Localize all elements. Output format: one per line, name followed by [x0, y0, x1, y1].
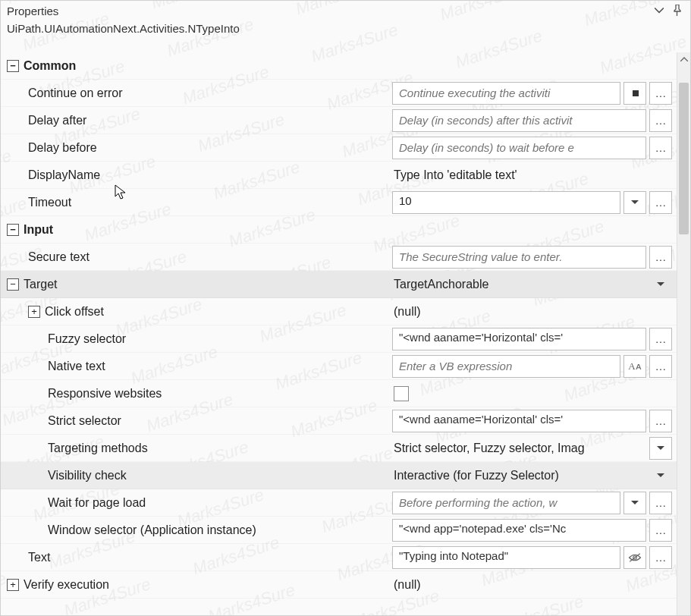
delay-before-input[interactable]	[392, 137, 646, 159]
dropdown-button[interactable]	[623, 492, 646, 514]
wait-for-page-load-input[interactable]	[392, 492, 620, 514]
ellipsis-button[interactable]	[649, 355, 672, 378]
prop-label: Responsive websites	[48, 387, 162, 401]
panel-title: Properties	[7, 5, 58, 17]
prop-label: Window selector (Application instance)	[48, 523, 256, 537]
responsive-websites-checkbox[interactable]	[394, 386, 409, 401]
row-fuzzy-selector: Fuzzy selector "<wnd aaname='Horizontal'…	[1, 325, 677, 353]
display-name-value[interactable]: Type Into 'editable text'	[392, 168, 672, 182]
row-delay-before: Delay before	[1, 134, 677, 162]
dropdown-button[interactable]	[649, 437, 672, 460]
ellipsis-button[interactable]	[649, 492, 672, 514]
section-input: − Input	[1, 216, 677, 244]
prop-label: Secure text	[28, 250, 90, 264]
vertical-scrollbar[interactable]	[677, 52, 690, 615]
prop-label: Timeout	[28, 196, 71, 209]
visibility-check-value[interactable]: Interactive (for Fuzzy Selector)	[392, 469, 646, 482]
ellipsis-button[interactable]	[649, 191, 672, 214]
row-continue-on-error: Continue on error	[1, 80, 677, 107]
ellipsis-button[interactable]	[649, 137, 672, 159]
continue-on-error-input[interactable]	[392, 82, 620, 105]
row-delay-after: Delay after	[1, 107, 677, 134]
collapse-icon[interactable]: −	[7, 224, 19, 236]
prop-label: Delay before	[28, 141, 97, 155]
verify-execution-value[interactable]: (null)	[392, 578, 672, 592]
prop-label: Wait for page load	[48, 496, 146, 510]
row-responsive-websites: Responsive websites	[1, 380, 677, 407]
collapse-icon[interactable]: −	[7, 60, 19, 72]
row-wait-for-page-load: Wait for page load	[1, 489, 677, 517]
scrollbar-thumb[interactable]	[679, 83, 689, 234]
row-window-selector: Window selector (Application instance) "…	[1, 517, 677, 544]
row-strict-selector: Strict selector "<wnd aaname='Horizontal…	[1, 407, 677, 435]
row-verify-execution: + Verify execution (null)	[1, 571, 677, 599]
fuzzy-selector-input[interactable]: "<wnd aaname='Horizontal' cls='	[392, 328, 646, 350]
property-grid: − Common Continue on error Delay after D…	[1, 52, 677, 615]
row-click-offset: + Click offset (null)	[1, 298, 677, 325]
prop-label: Delay after	[28, 114, 86, 127]
secure-text-input[interactable]	[392, 246, 646, 269]
dropdown-button[interactable]	[623, 191, 646, 214]
prop-label: Continue on error	[28, 86, 123, 100]
targeting-methods-value[interactable]: Strict selector, Fuzzy selector, Imag	[392, 442, 646, 455]
chevron-down-icon[interactable]	[649, 273, 672, 296]
row-display-name: DisplayName Type Into 'editable text'	[1, 162, 677, 189]
checkbox-tristate[interactable]	[623, 82, 646, 105]
row-visibility-check: Visibility check Interactive (for Fuzzy …	[1, 462, 677, 489]
window-selector-input[interactable]: "<wnd app='notepad.exe' cls='Nc	[392, 519, 646, 542]
row-targeting-methods: Targeting methods Strict selector, Fuzzy…	[1, 435, 677, 462]
ellipsis-button[interactable]	[649, 328, 672, 350]
font-icon[interactable]: Aᴀ	[623, 355, 646, 378]
row-secure-text: Secure text	[1, 244, 677, 271]
eye-off-icon[interactable]	[623, 546, 646, 569]
activity-type: UiPath.UIAutomationNext.Activities.NType…	[1, 19, 690, 41]
ellipsis-button[interactable]	[649, 109, 672, 132]
ellipsis-button[interactable]	[649, 246, 672, 269]
chevron-down-icon[interactable]	[652, 4, 666, 17]
target-value[interactable]: TargetAnchorable	[392, 278, 646, 291]
prop-label: Target	[24, 278, 57, 291]
prop-label: Native text	[48, 360, 105, 373]
prop-label: Verify execution	[24, 578, 109, 592]
section-label: Common	[24, 59, 76, 73]
scroll-up-icon[interactable]	[677, 52, 690, 66]
row-native-text: Native text Aᴀ	[1, 353, 677, 380]
text-input[interactable]: "Typing into Notepad"	[392, 546, 620, 569]
prop-label: Strict selector	[48, 414, 121, 428]
timeout-input[interactable]: 10	[392, 191, 620, 214]
section-label: Input	[24, 223, 53, 237]
prop-label: Click offset	[45, 305, 104, 319]
expand-icon[interactable]: +	[28, 306, 40, 318]
collapse-icon[interactable]: −	[7, 278, 19, 291]
native-text-input[interactable]	[392, 355, 620, 378]
ellipsis-button[interactable]	[649, 410, 672, 432]
chevron-down-icon[interactable]	[649, 464, 672, 487]
prop-label: Fuzzy selector	[48, 332, 126, 346]
row-timeout: Timeout 10	[1, 189, 677, 216]
ellipsis-button[interactable]	[649, 82, 672, 105]
delay-after-input[interactable]	[392, 109, 646, 132]
ellipsis-button[interactable]	[649, 546, 672, 569]
expand-icon[interactable]: +	[7, 579, 19, 591]
prop-label: Text	[28, 551, 50, 564]
prop-label: DisplayName	[28, 168, 100, 182]
prop-label: Targeting methods	[48, 442, 148, 455]
ellipsis-button[interactable]	[649, 519, 672, 542]
pin-icon[interactable]	[671, 4, 684, 17]
section-common: − Common	[1, 52, 677, 80]
prop-label: Visibility check	[48, 469, 127, 482]
panel-header: Properties	[1, 1, 690, 19]
row-target: − Target TargetAnchorable	[1, 271, 677, 298]
row-text: Text "Typing into Notepad"	[1, 544, 677, 571]
properties-panel: Marks4SureMarks4SureMarks4SureMarks4Sure…	[0, 0, 691, 616]
click-offset-value[interactable]: (null)	[392, 305, 672, 319]
strict-selector-input[interactable]: "<wnd aaname='Horizontal' cls='	[392, 410, 646, 432]
